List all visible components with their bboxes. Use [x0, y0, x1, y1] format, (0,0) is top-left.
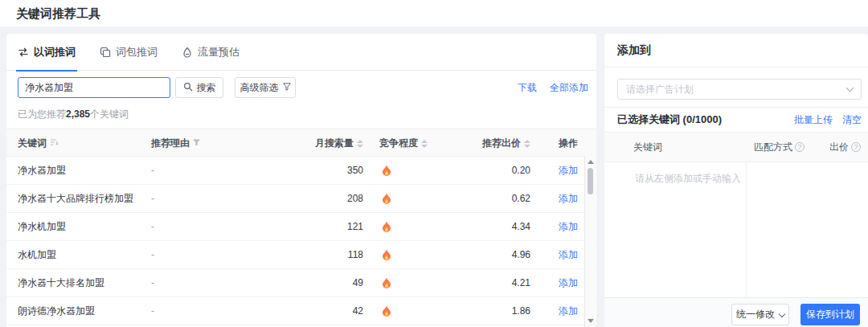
volume-cell: 121: [265, 213, 363, 241]
keyword-list-panel: 以词推词 词包推词 流量预估: [6, 34, 596, 327]
bulk-edit-button[interactable]: 统一修改: [731, 304, 789, 325]
flame-icon: [378, 185, 395, 213]
word-to-word-swap-icon: [18, 47, 29, 58]
word-list-sort-icon: [50, 129, 59, 157]
selected-keywords-body: 请从左侧添加或手动输入: [604, 162, 868, 297]
keyword-cell: 朗诗德净水器加盟: [18, 297, 95, 325]
selected-table-header: 关键词 匹配方式? 出价?: [604, 133, 868, 162]
tab-word-to-word[interactable]: 以词推词: [16, 34, 77, 71]
tab-label: 流量预估: [198, 45, 240, 59]
bid-cell: 4.34: [436, 213, 530, 241]
bid-cell: 4.21: [436, 269, 530, 297]
keyword-cell: 水机加盟: [18, 241, 56, 269]
bid-help-icon[interactable]: ?: [851, 142, 861, 152]
tabbar: 以词推词 词包推词 流量预估: [6, 34, 596, 71]
chevron-down-icon: [846, 84, 854, 92]
header-action: 操作: [548, 129, 588, 157]
scroll-down-arrow-icon[interactable]: [588, 319, 594, 323]
keyword-table-body: 净水器加盟 - 350 0.20 添加 净水器十大品牌排行榜加盟 - 208 0…: [6, 157, 596, 325]
reason-cell: -: [151, 241, 154, 269]
scroll-up-arrow-icon[interactable]: [588, 160, 594, 164]
selected-keywords-count: 已选择关键词 (0/1000): [617, 112, 722, 127]
table-row: 净水器十大品牌排行榜加盟 - 208 0.62 添加: [6, 185, 596, 213]
header-keyword[interactable]: 关键词: [18, 129, 59, 157]
bid-cell: 1.86: [436, 297, 530, 325]
tab-traffic-estimate[interactable]: 流量预估: [180, 34, 241, 71]
header-competition[interactable]: 竞争程度: [379, 129, 428, 157]
save-to-plan-button[interactable]: 保存到计划: [800, 304, 860, 325]
header-bid[interactable]: 推荐出价: [436, 129, 530, 157]
reason-filter-funnel-icon: [193, 129, 200, 157]
flame-icon: [378, 269, 395, 297]
advanced-filter-button[interactable]: 高级筛选: [235, 77, 296, 98]
add-keyword-link[interactable]: 添加: [548, 213, 588, 241]
traffic-droplet-icon: [182, 47, 193, 58]
bid-cell: 0.62: [436, 185, 530, 213]
batch-upload-link[interactable]: 批量上传: [794, 113, 833, 127]
add-keyword-link[interactable]: 添加: [548, 241, 588, 269]
clear-link[interactable]: 清空: [842, 113, 862, 127]
keyword-cell: 净水器十大排名加盟: [18, 269, 104, 297]
volume-sort-icon[interactable]: [357, 140, 363, 148]
keyword-recommend-tool-page: 关键词推荐工具 以词推词 词包推词: [0, 0, 868, 327]
magnifier-icon: [183, 82, 193, 94]
scrollbar-thumb[interactable]: [588, 168, 593, 194]
flame-icon: [378, 241, 395, 269]
toolbar-links: 下载 全部添加: [518, 77, 588, 98]
column-divider: [746, 162, 747, 297]
table-row: 朗诗德净水器加盟 - 42 1.86 添加: [6, 297, 596, 325]
ad-plan-select[interactable]: 请选择广告计划: [617, 79, 862, 100]
bulk-edit-label: 统一修改: [736, 308, 775, 321]
column-match-type: 匹配方式?: [754, 133, 805, 162]
reason-cell: -: [151, 213, 154, 241]
bid-cell: 4.96: [436, 241, 530, 269]
recommend-count-summary: 已为您推荐2,385个关键词: [18, 108, 129, 121]
volume-cell: 208: [265, 185, 363, 213]
add-keyword-link[interactable]: 添加: [548, 297, 588, 325]
bid-cell: 0.20: [436, 157, 530, 185]
keyword-search-input[interactable]: [18, 77, 170, 98]
flame-icon: [378, 297, 395, 325]
flame-icon: [378, 157, 395, 185]
add-keyword-link[interactable]: 添加: [548, 185, 588, 213]
volume-cell: 118: [265, 241, 363, 269]
tab-label: 以词推词: [34, 45, 76, 59]
header-volume[interactable]: 月搜索量: [265, 129, 363, 157]
funnel-icon: [283, 82, 291, 93]
divider: [604, 67, 868, 67]
selected-keywords-header: 已选择关键词 (0/1000) 批量上传 清空: [604, 107, 868, 133]
ad-plan-select-placeholder: 请选择广告计划: [626, 83, 694, 96]
column-bid: 出价?: [829, 133, 861, 162]
add-keyword-link[interactable]: 添加: [548, 269, 588, 297]
bid-sort-icon[interactable]: [524, 140, 530, 148]
word-pack-copy-icon: [100, 47, 111, 58]
search-button[interactable]: 搜索: [175, 77, 223, 98]
page-title: 关键词推荐工具: [16, 6, 100, 22]
reason-cell: -: [151, 297, 154, 325]
download-link[interactable]: 下载: [518, 81, 537, 95]
table-scrollbar[interactable]: [584, 156, 596, 327]
header-reason[interactable]: 推荐理由: [151, 129, 200, 157]
recommend-count: 2,385: [66, 108, 90, 120]
search-button-label: 搜索: [197, 81, 216, 95]
volume-cell: 350: [265, 157, 363, 185]
tab-word-pack[interactable]: 词包推词: [98, 34, 159, 71]
competition-sort-icon[interactable]: [421, 140, 428, 148]
add-all-link[interactable]: 全部添加: [550, 81, 588, 95]
topbar: 关键词推荐工具: [0, 0, 868, 27]
empty-hint: 请从左侧添加或手动输入: [635, 172, 741, 186]
keyword-cell: 净水器加盟: [18, 157, 66, 185]
table-row: 水机加盟 - 118 4.96 添加: [6, 241, 596, 269]
volume-cell: 49: [265, 269, 363, 297]
reason-cell: -: [151, 185, 154, 213]
match-type-help-icon[interactable]: ?: [795, 142, 805, 152]
add-to-plan-panel: 添加到 请选择广告计划 已选择关键词 (0/1000) 批量上传 清空 关键词 …: [604, 34, 868, 327]
keyword-cell: 净水机加盟: [18, 213, 66, 241]
reason-cell: -: [151, 157, 154, 185]
volume-cell: 42: [265, 297, 363, 325]
add-keyword-link[interactable]: 添加: [548, 157, 588, 185]
tab-label: 词包推词: [116, 45, 158, 59]
column-keyword: 关键词: [633, 133, 662, 162]
reason-cell: -: [151, 269, 154, 297]
flame-icon: [378, 213, 395, 241]
